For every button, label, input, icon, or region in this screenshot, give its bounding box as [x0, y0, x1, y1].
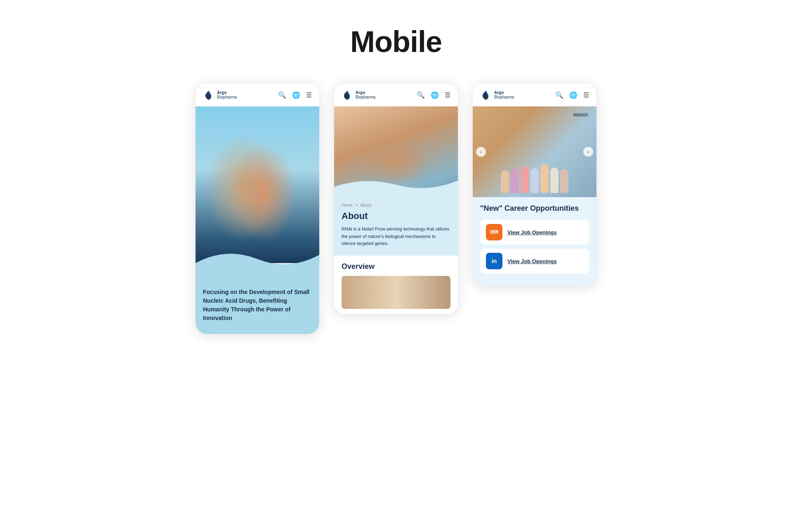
- breadcrumb-current: About: [361, 203, 371, 207]
- phone1-hero-image: [196, 106, 319, 263]
- menu-icon-2[interactable]: ☰: [445, 91, 450, 99]
- career-title: "New" Career Opportunities: [480, 204, 589, 213]
- job2-label[interactable]: View Job Openings: [507, 258, 557, 264]
- phone2-nav-icons: 🔍 🌐 ☰: [417, 91, 450, 99]
- phone2-navbar: Argo Biopharma 🔍 🌐 ☰: [334, 83, 458, 106]
- phone1-logo-text: Argo Biopharma: [217, 90, 237, 99]
- job-button-liepin[interactable]: 猎聘 View Job Openings: [480, 220, 589, 245]
- phone2-logo: Argo Biopharma: [342, 89, 375, 101]
- phone2-wave: [334, 177, 458, 197]
- search-icon-3[interactable]: 🔍: [555, 91, 563, 99]
- hero-wave: [196, 247, 319, 280]
- argo-logo-icon-3: [480, 89, 492, 101]
- phone1-logo: Argo Biopharma: [203, 89, 237, 101]
- breadcrumb-separator: >: [355, 203, 358, 207]
- linkedin-icon: in: [486, 253, 502, 269]
- phone3-navbar: Argo Biopharma 🔍 🌐 ☰: [473, 83, 596, 106]
- menu-icon-3[interactable]: ☰: [583, 91, 589, 99]
- phone3-logo: Argo Biopharma: [480, 89, 514, 101]
- phone3-logo-text: Argo Biopharma: [494, 90, 514, 99]
- phone-2: Argo Biopharma 🔍 🌐 ☰ Home > About About: [334, 83, 458, 314]
- liepin-icon: 猎聘: [486, 224, 502, 240]
- argo-logo-icon: [203, 89, 214, 101]
- page-title: Mobile: [350, 25, 442, 59]
- about-description: RNAi is a Nobel Prize-winning technology…: [342, 226, 450, 247]
- argo-logo-icon-2: [342, 89, 353, 101]
- job1-label[interactable]: View Job Openings: [507, 229, 557, 235]
- hero-people-illustration: [196, 106, 319, 263]
- overview-title: Overview: [342, 262, 450, 271]
- phone3-team-image: 鹤唳制药: [473, 106, 596, 197]
- globe-icon-3[interactable]: 🌐: [569, 91, 578, 99]
- overview-image: [342, 276, 450, 309]
- globe-icon[interactable]: 🌐: [292, 91, 300, 99]
- phone3-carousel: 鹤唳制药 ‹ ›: [473, 106, 596, 197]
- job-button-linkedin[interactable]: in View Job Openings: [480, 249, 589, 273]
- phone2-logo-text: Argo Biopharma: [356, 90, 375, 99]
- carousel-arrow-right[interactable]: ›: [583, 147, 593, 157]
- breadcrumb: Home > About: [342, 203, 450, 207]
- about-title: About: [342, 211, 450, 221]
- phone1-nav-icons: 🔍 🌐 ☰: [278, 91, 312, 99]
- phone-3: Argo Biopharma 🔍 🌐 ☰: [473, 83, 596, 286]
- search-icon-2[interactable]: 🔍: [417, 91, 425, 99]
- phone3-career-section: "New" Career Opportunities 猎聘 View Job O…: [473, 197, 596, 286]
- phone-1: Argo Biopharma 🔍 🌐 ☰ Focusing on the Dev…: [196, 83, 319, 334]
- phone2-about-content: Home > About About RNAi is a Nobel Prize…: [334, 197, 458, 256]
- phone2-hero: [334, 106, 458, 197]
- phone3-nav-icons: 🔍 🌐 ☰: [555, 91, 589, 99]
- breadcrumb-home[interactable]: Home: [342, 203, 353, 207]
- phone1-navbar: Argo Biopharma 🔍 🌐 ☰: [196, 83, 319, 106]
- phone2-overview-section: Overview: [334, 256, 458, 314]
- menu-icon[interactable]: ☰: [306, 91, 312, 99]
- globe-icon-2[interactable]: 🌐: [431, 91, 439, 99]
- carousel-arrow-left[interactable]: ‹: [476, 147, 486, 157]
- phones-container: Argo Biopharma 🔍 🌐 ☰ Focusing on the Dev…: [196, 83, 596, 334]
- phone1-text-area: Focusing on the Development of Small Nuc…: [196, 280, 319, 334]
- phone1-hero: [196, 106, 319, 280]
- search-icon[interactable]: 🔍: [278, 91, 286, 99]
- phone1-hero-text: Focusing on the Development of Small Nuc…: [203, 288, 312, 322]
